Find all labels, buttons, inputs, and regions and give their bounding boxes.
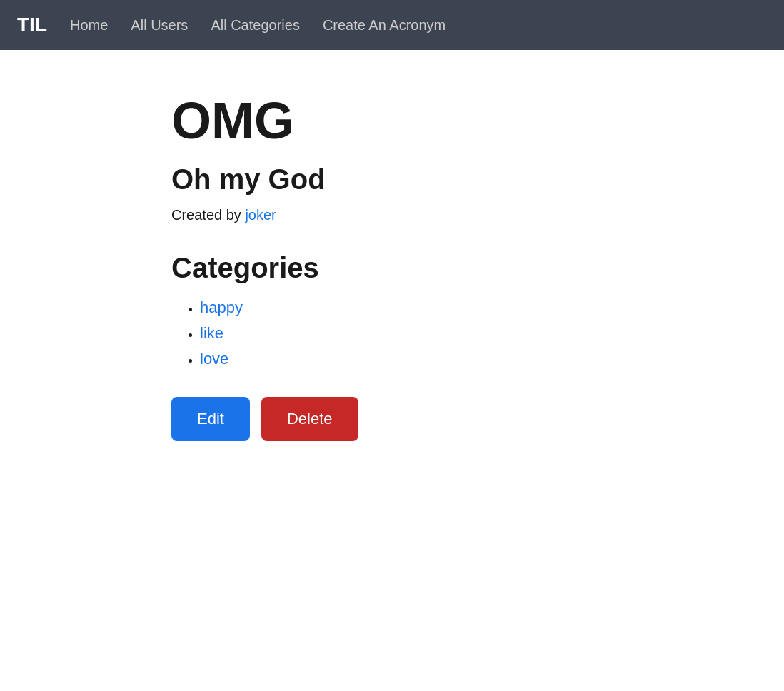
list-item: happy xyxy=(200,298,784,317)
navbar: TIL Home All Users All Categories Create… xyxy=(0,0,784,50)
created-by-text: Created by joker xyxy=(171,207,784,223)
nav-link-all-categories[interactable]: All Categories xyxy=(211,17,300,33)
nav-link-create-acronym[interactable]: Create An Acronym xyxy=(323,17,446,33)
nav-link-home[interactable]: Home xyxy=(70,17,108,33)
acronym-title: OMG xyxy=(171,93,784,149)
list-item: like xyxy=(200,324,784,343)
nav-item-all-users: All Users xyxy=(131,17,188,34)
nav-link-all-users[interactable]: All Users xyxy=(131,17,188,33)
created-by-label: Created by xyxy=(171,207,241,223)
main-content: OMG Oh my God Created by joker Categorie… xyxy=(0,50,784,484)
nav-links: Home All Users All Categories Create An … xyxy=(70,17,446,34)
acronym-meaning: Oh my God xyxy=(171,163,784,196)
action-buttons: Edit Delete xyxy=(171,397,784,441)
author-link[interactable]: joker xyxy=(245,207,276,223)
nav-item-all-categories: All Categories xyxy=(211,17,300,34)
categories-list: happy like love xyxy=(171,298,784,368)
edit-button[interactable]: Edit xyxy=(171,397,250,441)
list-item: love xyxy=(200,350,784,368)
category-link-love[interactable]: love xyxy=(200,350,228,368)
nav-item-home: Home xyxy=(70,17,108,34)
nav-item-create-acronym: Create An Acronym xyxy=(323,17,446,34)
categories-heading: Categories xyxy=(171,252,784,284)
category-link-like[interactable]: like xyxy=(200,324,223,342)
category-link-happy[interactable]: happy xyxy=(200,298,243,316)
nav-brand[interactable]: TIL xyxy=(17,14,47,36)
delete-button[interactable]: Delete xyxy=(261,397,358,441)
